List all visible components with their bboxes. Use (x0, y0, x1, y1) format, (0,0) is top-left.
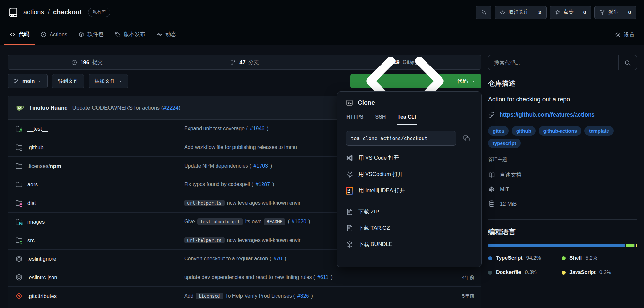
file-name: npm (50, 163, 61, 169)
manage-topics-link[interactable]: 管理主题 (488, 156, 507, 163)
language-name: TypeScript (496, 255, 523, 261)
file-name-link[interactable]: src (27, 237, 35, 243)
eye-icon (500, 9, 505, 15)
tag-icon (115, 31, 121, 37)
file-name-link[interactable]: .gitattributes (27, 293, 57, 299)
code-icon (9, 31, 16, 37)
meta-item-2[interactable]: 12 MiB (488, 197, 637, 211)
clone-url-input[interactable] (346, 131, 456, 146)
pr-link[interactable]: #70 (274, 256, 282, 262)
repo-name-link[interactable]: checkout (53, 8, 82, 16)
copy-icon (463, 135, 470, 142)
commit-author[interactable]: Tingluo Huang (29, 105, 68, 111)
open-in-editor-item-2[interactable]: IJ用 Intellij IDEA 打开 (337, 183, 481, 199)
clone-tab-tea-cli[interactable]: Tea CLI (397, 110, 417, 125)
language-legend-shell: Shell5.2% (562, 255, 637, 261)
branch-selector[interactable]: main (8, 74, 48, 88)
open-in-editor-item-label: 用 VS Code 打开 (358, 154, 399, 162)
folder-test-icon (15, 125, 23, 133)
star-icon (555, 9, 561, 15)
file-name-cell: images (15, 218, 184, 226)
commit-pr-link[interactable]: #2224 (163, 105, 178, 111)
message-text: now leverages well-known envir (227, 200, 301, 206)
website-link[interactable]: https://github.com/features/actions (500, 111, 595, 118)
meta-item-1[interactable]: MIT (488, 182, 637, 197)
description-title: 仓库描述 (488, 79, 637, 88)
message-text: Expand unit test coverage ( (184, 126, 248, 132)
topic-chip[interactable]: github (512, 126, 536, 136)
file-name-link[interactable]: .eslintignore (27, 256, 56, 262)
clone-header: Clone (337, 92, 481, 110)
caret-down-icon (471, 79, 475, 83)
topic-chip[interactable]: typescript (488, 139, 521, 148)
file-name-link[interactable]: .eslintrc.json (27, 274, 57, 281)
file-name-link[interactable]: adrs (27, 182, 38, 188)
download-item-1[interactable]: 下载 TAR.GZ (337, 220, 481, 236)
open-in-editor-item-0[interactable]: 用 VS Code 打开 (337, 150, 481, 166)
file-name-link[interactable]: __test__ (27, 126, 48, 132)
watchers-count[interactable]: 2 (533, 6, 546, 19)
language-legend-dockerfile: Dockerfile0.3% (488, 270, 562, 275)
pr-link[interactable]: #1946 (250, 126, 265, 132)
star-button[interactable]: 点赞 0 (550, 6, 592, 19)
file-name-link[interactable]: images (27, 219, 45, 225)
message-text: Add workflow file for publishing release… (184, 144, 297, 150)
language-segment-dockerfile (634, 244, 635, 247)
commit-author-avatar[interactable] (15, 103, 24, 113)
pr-link[interactable]: #326 (297, 293, 309, 299)
topic-chip[interactable]: template (584, 126, 614, 136)
code-search-input[interactable] (488, 55, 618, 70)
file-name-cell: .licenses/npm (15, 162, 184, 170)
pr-link[interactable]: #611 (317, 274, 328, 280)
file-name-link[interactable]: .licenses/npm (27, 163, 61, 169)
app-header: actions / checkout 私有库 取消关注 2 点赞 0 派生 (0, 0, 644, 24)
topic-chip[interactable]: gitea (488, 126, 509, 136)
download-item-2[interactable]: 下载 BUNDLE (337, 236, 481, 253)
folder-icon (15, 162, 23, 170)
tab-packages-label: 软件包 (87, 31, 104, 38)
language-legend-typescript: TypeScript94.2% (488, 255, 562, 261)
repo-owner-link[interactable]: actions (23, 8, 44, 16)
caret-down-icon (38, 79, 42, 83)
code-search-button[interactable] (618, 55, 637, 70)
clone-tab-ssh[interactable]: SSH (374, 110, 386, 125)
tab-packages[interactable]: 软件包 (73, 24, 109, 45)
file-name-link[interactable]: dist (27, 200, 36, 206)
file-name-cell: src (15, 236, 184, 244)
code-clone-button[interactable]: 代码 (350, 74, 481, 88)
rss-button[interactable] (476, 6, 491, 19)
tab-releases[interactable]: 版本发布 (109, 24, 151, 45)
file-name-link[interactable]: .github (27, 144, 44, 151)
code-button-label: 代码 (457, 78, 468, 85)
tab-activity[interactable]: 动态 (151, 24, 182, 45)
copy-clone-url-button[interactable] (460, 132, 473, 145)
open-in-editor-item-1[interactable]: 用 VSCodium 打开 (337, 166, 481, 183)
language-color-dot (562, 271, 566, 275)
goto-file-button[interactable]: 转到文件 (52, 74, 84, 88)
cube-icon (78, 31, 84, 37)
forks-count[interactable]: 0 (623, 6, 636, 19)
search-icon (624, 59, 631, 66)
tab-actions[interactable]: Actions (35, 24, 73, 45)
stars-count[interactable]: 0 (578, 6, 591, 19)
unwatch-button[interactable]: 取消关注 2 (495, 6, 547, 19)
topic-chip[interactable]: github-actions (539, 126, 581, 136)
download-item-0[interactable]: 下载 ZIP (337, 204, 481, 220)
unwatch-label: 取消关注 (508, 9, 529, 16)
clone-tab-https[interactable]: HTTPS (346, 110, 364, 125)
fork-button[interactable]: 派生 0 (594, 6, 636, 19)
stat-branches[interactable]: 47分支 (166, 59, 323, 66)
file-commit-date: 5年前 (439, 293, 474, 299)
file-row: .gitattributesAddLicensedTo Help Verify … (8, 286, 481, 305)
settings-label: 设置 (624, 31, 635, 38)
stat-commits[interactable]: 196提交 (8, 59, 166, 66)
tab-actions-label: Actions (50, 31, 67, 37)
pr-link[interactable]: #1287 (256, 182, 270, 187)
tab-code[interactable]: 代码 (4, 24, 35, 45)
tab-settings[interactable]: 设置 (609, 24, 640, 45)
meta-item-0[interactable]: 自述文档 (488, 168, 637, 182)
pr-link[interactable]: #1620 (292, 219, 307, 225)
stat-commits-value: 196 (80, 59, 89, 66)
add-file-button[interactable]: 添加文件 (89, 74, 128, 88)
pr-link[interactable]: #1703 (253, 163, 268, 169)
